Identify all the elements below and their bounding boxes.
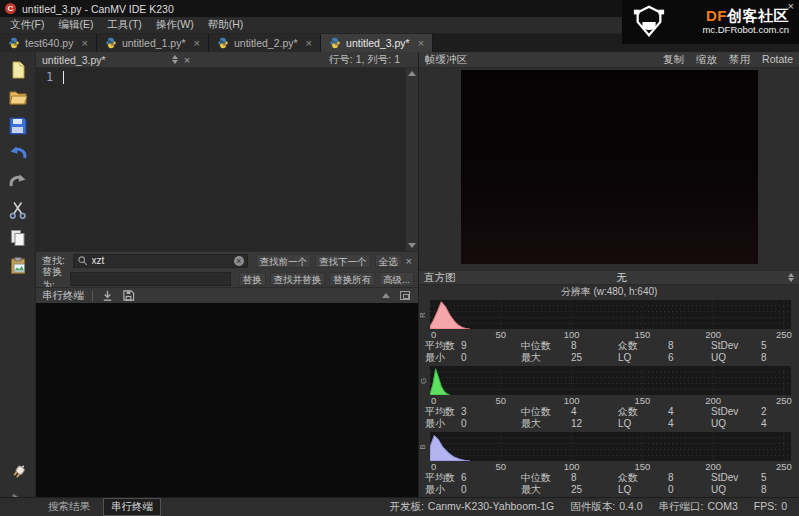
window-title: untitled_3.py - CanMV IDE K230	[22, 3, 174, 15]
df-community-name: DF创客社区	[706, 7, 789, 24]
fb-disable-button[interactable]: 禁用	[729, 53, 750, 67]
menu-item[interactable]: 帮助(H)	[201, 17, 251, 33]
histogram-plot: R	[430, 300, 791, 329]
output-tab[interactable]: 搜索结果	[40, 498, 98, 516]
open-document-title[interactable]: untitled_3.py*	[42, 54, 106, 66]
stat-value: 8	[571, 340, 618, 352]
stat-label: 最大	[521, 352, 571, 364]
cut-icon[interactable]	[6, 199, 30, 221]
close-find-icon[interactable]: ×	[406, 255, 414, 267]
document-switcher-icon[interactable]	[172, 55, 178, 64]
find-previous-button[interactable]: 查找前一个	[256, 254, 312, 268]
replace-input[interactable]	[74, 273, 227, 284]
fps-value: 0	[781, 500, 787, 514]
window-close-icon[interactable]: ×	[788, 0, 794, 12]
open-folder-icon[interactable]	[6, 87, 30, 109]
menu-item[interactable]: 操作(W)	[149, 17, 201, 33]
paste-icon[interactable]	[6, 255, 30, 277]
new-file-icon[interactable]	[6, 59, 30, 81]
colorspace-select[interactable]: 无	[456, 271, 789, 285]
undo-icon[interactable]	[6, 143, 30, 165]
tab-close-icon[interactable]: ×	[194, 37, 200, 49]
save-icon[interactable]	[6, 115, 30, 137]
document-tab[interactable]: untitled_2.py*×	[209, 34, 321, 52]
histogram-channel-R: R050100150200250平均数9中位数8众数8StDev5最小0最大25…	[419, 299, 799, 365]
stat-value: 6	[668, 352, 711, 364]
document-tab[interactable]: untitled_1.py*×	[97, 34, 209, 52]
stat-value: 8	[761, 484, 799, 496]
scroll-to-end-icon[interactable]	[101, 289, 114, 302]
document-tab[interactable]: test640.py×	[0, 34, 97, 52]
stat-label: UQ	[711, 484, 761, 496]
replace-and-find-button[interactable]: 查找并替换	[270, 272, 326, 286]
advanced-button[interactable]: 高级...	[379, 272, 414, 286]
stat-label: 众数	[618, 340, 668, 352]
channel-stats: 平均数9中位数8众数8StDev5最小0最大25LQ6UQ8	[419, 340, 799, 365]
document-tab[interactable]: untitled_3.py*×	[321, 34, 433, 52]
copy-icon[interactable]	[6, 227, 30, 249]
save-log-icon[interactable]	[122, 289, 135, 302]
menu-item[interactable]: 工具(T)	[100, 17, 148, 33]
stat-label: UQ	[711, 352, 761, 364]
editor-scrollbar[interactable]	[405, 68, 418, 251]
x-tick-label: 150	[634, 329, 650, 340]
stat-label: 最小	[425, 484, 461, 496]
df-community-url: mc.DFRobot.com.cn	[702, 24, 789, 35]
tab-close-icon[interactable]: ×	[81, 37, 87, 49]
serial-terminal-header: 串行终端	[36, 287, 418, 303]
text-caret	[63, 71, 64, 84]
stat-value: 12	[571, 418, 618, 430]
search-input[interactable]	[92, 255, 230, 266]
close-split-icon[interactable]: ×	[184, 54, 190, 66]
fb-rotate-button[interactable]: Rotate	[762, 53, 793, 67]
output-tab[interactable]: 串行终端	[103, 498, 161, 516]
x-tick-label: 100	[564, 395, 580, 406]
replace-button[interactable]: 替换	[239, 272, 266, 286]
code-editor[interactable]: 1	[36, 68, 418, 251]
stat-value: 2	[761, 406, 799, 418]
stat-value: 8	[571, 472, 618, 484]
histogram-header: 直方图 无	[419, 270, 799, 285]
stat-value: 25	[571, 484, 618, 496]
tab-close-icon[interactable]: ×	[418, 37, 424, 49]
collapse-panel-icon[interactable]	[382, 293, 390, 298]
fb-zoom-button[interactable]: 缩放	[696, 53, 717, 67]
board-label: 开发板:	[389, 500, 423, 514]
stat-label: StDev	[711, 472, 761, 484]
x-tick-label: 150	[634, 395, 650, 406]
x-tick-label: 250	[776, 329, 792, 340]
menu-item[interactable]: 文件(F)	[3, 17, 51, 33]
replace-field[interactable]	[70, 272, 231, 286]
tab-close-icon[interactable]: ×	[306, 37, 312, 49]
canmv-ide-window: { "window": { "title": "untitled_3.py - …	[0, 0, 799, 516]
find-field[interactable]: ×	[73, 254, 248, 268]
select-all-button[interactable]: 全选	[375, 254, 402, 268]
port-value: COM3	[707, 500, 737, 514]
stat-value: 0	[461, 484, 521, 496]
histogram-x-axis: 050100150200250	[430, 461, 791, 472]
maximize-panel-icon[interactable]	[400, 291, 410, 300]
colorspace-select-arrow-icon[interactable]	[788, 273, 794, 282]
x-tick-label: 150	[634, 461, 650, 472]
stat-label: UQ	[711, 418, 761, 430]
connect-icon[interactable]	[6, 462, 30, 484]
fb-copy-button[interactable]: 复制	[663, 53, 684, 67]
replace-all-button[interactable]: 替换所有	[329, 272, 375, 286]
clear-search-icon[interactable]: ×	[234, 256, 244, 266]
histogram-plot: G	[430, 366, 791, 395]
x-tick-label: 250	[776, 461, 792, 472]
find-next-button[interactable]: 查找下一个	[315, 254, 371, 268]
cursor-position: 行号: 1, 列号: 1	[329, 53, 412, 67]
separator	[92, 291, 93, 301]
main-toolbar	[0, 52, 36, 516]
scroll-up-icon[interactable]	[408, 71, 416, 76]
channel-stats: 平均数3中位数4众数4StDev2最小0最大12LQ4UQ4	[419, 406, 799, 431]
scroll-down-icon[interactable]	[408, 243, 416, 248]
search-icon	[77, 255, 88, 266]
python-file-icon	[105, 37, 117, 49]
serial-terminal-output[interactable]	[36, 303, 418, 497]
menu-item[interactable]: 编辑(E)	[51, 17, 100, 33]
dfrobot-robot-icon	[630, 4, 668, 38]
tab-label: untitled_1.py*	[122, 37, 186, 49]
redo-icon[interactable]	[6, 171, 30, 193]
